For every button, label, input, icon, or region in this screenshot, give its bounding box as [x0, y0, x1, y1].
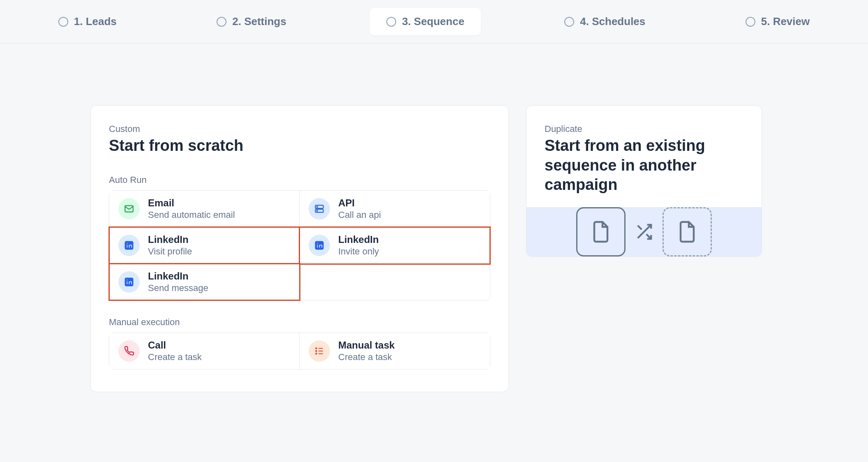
- option-title: Manual task: [338, 340, 395, 351]
- document-source-icon: [576, 207, 626, 256]
- radio-icon: [386, 17, 396, 27]
- phone-icon: [118, 340, 140, 362]
- custom-title: Start from scratch: [109, 136, 490, 156]
- main-area: Custom Start from scratch Auto Run Email…: [0, 44, 868, 392]
- option-email[interactable]: Email Send automatic email: [109, 191, 300, 227]
- custom-sequence-card: Custom Start from scratch Auto Run Email…: [90, 105, 509, 392]
- option-subtitle: Invite only: [338, 246, 379, 257]
- step-review[interactable]: 5. Review: [729, 8, 826, 35]
- duplicate-eyebrow: Duplicate: [545, 124, 743, 134]
- step-sequence[interactable]: 3. Sequence: [370, 8, 481, 35]
- option-title: API: [338, 197, 381, 209]
- duplicate-illustration: [526, 207, 762, 256]
- svg-rect-12: [127, 281, 128, 284]
- option-linkedin-invite[interactable]: LinkedIn Invite only: [300, 227, 490, 264]
- radio-icon: [746, 17, 755, 27]
- option-title: Call: [148, 340, 202, 351]
- option-linkedin-message[interactable]: LinkedIn Send message: [109, 264, 300, 300]
- auto-run-label: Auto Run: [109, 175, 490, 185]
- step-settings[interactable]: 2. Settings: [200, 8, 302, 35]
- svg-rect-6: [127, 245, 128, 248]
- option-api[interactable]: API Call an api: [300, 191, 490, 227]
- option-subtitle: Visit profile: [148, 246, 192, 257]
- svg-point-13: [127, 279, 128, 280]
- option-subtitle: Create a task: [338, 352, 395, 363]
- step-label: 5. Review: [761, 15, 810, 28]
- option-title: LinkedIn: [338, 234, 379, 245]
- step-label: 3. Sequence: [402, 15, 464, 28]
- option-title: LinkedIn: [148, 270, 208, 282]
- mail-icon: [118, 198, 140, 219]
- server-icon: [309, 198, 330, 219]
- manual-exec-options: Call Create a task Manual task Create a …: [109, 333, 490, 370]
- step-label: 4. Schedules: [580, 15, 645, 28]
- option-subtitle: Call an api: [338, 210, 381, 220]
- option-subtitle: Create a task: [148, 352, 202, 363]
- document-target-icon: [663, 207, 712, 256]
- option-subtitle: Send message: [148, 283, 208, 293]
- shuffle-icon: [635, 222, 653, 241]
- radio-icon: [564, 17, 574, 27]
- list-icon: [309, 340, 330, 362]
- step-label: 1. Leads: [74, 15, 117, 28]
- svg-point-18: [316, 350, 317, 351]
- option-title: Email: [148, 197, 235, 209]
- step-schedules[interactable]: 4. Schedules: [548, 8, 662, 35]
- option-linkedin-visit[interactable]: LinkedIn Visit profile: [109, 227, 300, 264]
- option-title: LinkedIn: [148, 234, 192, 245]
- linkedin-icon: [309, 235, 330, 256]
- svg-rect-9: [317, 245, 318, 248]
- manual-exec-label: Manual execution: [109, 317, 490, 328]
- radio-icon: [58, 17, 68, 27]
- step-leads[interactable]: 1. Leads: [42, 8, 133, 35]
- linkedin-icon: [118, 271, 140, 293]
- linkedin-icon: [118, 235, 140, 256]
- svg-point-3: [317, 206, 318, 207]
- option-manual-task[interactable]: Manual task Create a task: [300, 333, 490, 369]
- svg-point-7: [127, 243, 128, 244]
- option-call[interactable]: Call Create a task: [109, 333, 300, 369]
- svg-point-19: [316, 353, 317, 354]
- custom-eyebrow: Custom: [109, 124, 490, 134]
- svg-point-4: [317, 210, 318, 211]
- step-label: 2. Settings: [232, 15, 286, 28]
- duplicate-sequence-card[interactable]: Duplicate Start from an existing sequenc…: [526, 105, 762, 257]
- svg-point-17: [316, 348, 317, 349]
- option-subtitle: Send automatic email: [148, 210, 235, 220]
- radio-icon: [217, 17, 226, 27]
- wizard-steps: 1. Leads 2. Settings 3. Sequence 4. Sche…: [0, 0, 868, 44]
- auto-run-options: Email Send automatic email API Call an a…: [109, 190, 490, 300]
- svg-point-10: [317, 243, 318, 244]
- duplicate-title: Start from an existing sequence in anoth…: [545, 136, 743, 195]
